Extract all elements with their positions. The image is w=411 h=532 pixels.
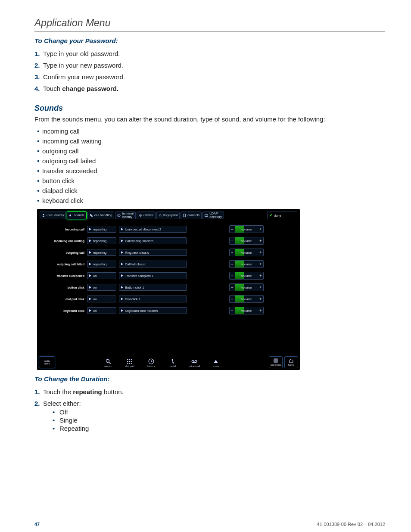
list-item: incoming call (34, 126, 385, 136)
heading-change-password: To Change your Password: (34, 37, 385, 44)
plus-icon[interactable]: + (258, 250, 263, 255)
row-label: button click (40, 286, 87, 289)
play-icon (121, 298, 123, 300)
heading-sounds: Sounds (34, 104, 385, 113)
tab-contacts[interactable]: contacts (181, 212, 202, 219)
duration-button[interactable]: repeating (87, 249, 116, 256)
sound-row: outgoing call failedrepeatingCall fail c… (40, 260, 297, 268)
duration-button[interactable]: on (87, 296, 116, 302)
minus-icon[interactable]: − (230, 297, 235, 301)
sounds-bullets: incoming call incoming call waiting outg… (34, 126, 385, 205)
sound-button[interactable]: Ringback classic (119, 249, 187, 256)
play-icon (89, 309, 91, 312)
plus-icon[interactable]: + (258, 297, 263, 301)
svg-rect-18 (131, 363, 132, 364)
list-item: outgoing call (34, 146, 385, 156)
step-text: Confirm your new password. (43, 73, 125, 81)
tab-terminal-identity[interactable]: terminal identity (115, 212, 136, 219)
minus-icon[interactable]: − (230, 285, 235, 289)
plus-icon[interactable]: + (258, 308, 263, 313)
minus-icon[interactable]: − (230, 250, 235, 255)
redial-icon (170, 358, 176, 364)
duration-button[interactable]: repeating (87, 261, 116, 268)
volume-control[interactable]: −volume+ (229, 260, 264, 268)
minus-icon[interactable]: − (230, 308, 235, 313)
sound-button[interactable]: Button click 1 (119, 284, 187, 291)
menu-icon (273, 358, 278, 363)
row-label: keyboard click (40, 309, 87, 312)
play-icon (121, 263, 123, 265)
book-icon (205, 214, 208, 217)
sound-row: incoming callrepeatingUnexpected disconn… (40, 225, 297, 233)
volume-control[interactable]: −volume+ (229, 249, 264, 256)
nav-redial[interactable]: redial (163, 358, 183, 367)
play-icon (89, 240, 91, 242)
tab-call-handling[interactable]: call handling (87, 212, 115, 219)
home-button[interactable]: home (284, 356, 298, 368)
tab-sounds[interactable]: sounds (67, 212, 86, 219)
sound-button[interactable]: Call waiting modern (119, 237, 187, 244)
minus-icon[interactable]: − (230, 262, 235, 266)
plus-icon[interactable]: + (258, 239, 263, 243)
volume-control[interactable]: −volume+ (229, 307, 264, 314)
minus-icon[interactable]: − (230, 239, 235, 243)
volume-control[interactable]: −volume+ (229, 272, 264, 280)
svg-rect-13 (127, 361, 128, 362)
plus-icon[interactable]: + (258, 227, 263, 231)
nav-search[interactable]: search (98, 358, 118, 367)
plus-icon[interactable]: + (258, 274, 263, 278)
volume-control[interactable]: −volume+ (229, 237, 264, 245)
bottom-nav: search dial pad history redial voice mai… (55, 358, 269, 368)
sound-row: transfer succeededonTransfer complete 1−… (40, 272, 297, 280)
page-number: 47 (34, 522, 40, 527)
sound-button[interactable]: Keyboard click modern (119, 307, 187, 314)
play-icon (89, 286, 91, 289)
sound-button[interactable]: Call fail classic (119, 261, 187, 268)
step-text: button. (102, 388, 124, 395)
row-label: dial pad click (40, 298, 87, 301)
tab-utilities[interactable]: utilities (137, 212, 156, 219)
list-item: dialpad click (34, 186, 385, 196)
nav-more[interactable]: more (206, 358, 226, 367)
done-button[interactable]: ✔done (267, 212, 297, 219)
step-text: Touch (43, 85, 62, 92)
svg-line-21 (151, 361, 152, 362)
audio-video-button[interactable]: audio video (39, 356, 55, 368)
volume-control[interactable]: −volume+ (229, 283, 264, 291)
list-item: Repeating (53, 424, 385, 432)
sound-button[interactable]: Unexpected disconnect 2 (119, 226, 187, 233)
plus-icon[interactable]: + (258, 262, 263, 266)
duration-button[interactable]: repeating (87, 237, 116, 244)
plus-icon[interactable]: + (258, 285, 263, 289)
sound-row: keyboard clickonKeyboard click modern−vo… (40, 307, 297, 314)
nav-history[interactable]: history (141, 358, 161, 367)
sound-row: outgoing callrepeatingRingback classic−v… (40, 249, 297, 256)
minus-icon[interactable]: − (230, 227, 235, 231)
play-icon (121, 286, 123, 289)
step-text-bold: change password. (62, 85, 118, 92)
tab-fingerprint[interactable]: fingerprint (156, 212, 180, 219)
minus-icon[interactable]: − (230, 274, 235, 278)
dialpad-icon (127, 358, 133, 364)
app-menu-button[interactable]: app menu (269, 356, 283, 368)
volume-control[interactable]: −volume+ (229, 225, 264, 233)
duration-button[interactable]: on (87, 272, 116, 279)
step-text: Select either: (43, 400, 81, 407)
sound-row: button clickonButton click 1−volume+ (40, 283, 297, 291)
duration-button[interactable]: on (87, 307, 116, 314)
sound-button[interactable]: Transfer complete 1 (119, 272, 187, 279)
device-screenshot: user identity sounds call handling termi… (37, 209, 300, 370)
tab-user-identity[interactable]: user identity (40, 212, 66, 219)
svg-rect-7 (205, 215, 208, 217)
row-label: outgoing call (40, 251, 87, 254)
svg-rect-14 (129, 361, 130, 362)
play-icon (121, 240, 123, 242)
volume-control[interactable]: −volume+ (229, 295, 264, 303)
home-icon (289, 358, 294, 363)
sound-button[interactable]: Dial click 1 (119, 296, 187, 302)
duration-button[interactable]: on (87, 284, 116, 291)
nav-voicemail[interactable]: voice mail (184, 358, 204, 367)
nav-dialpad[interactable]: dial pad (120, 358, 140, 367)
duration-button[interactable]: repeating (87, 226, 116, 233)
tab-ldap-directory[interactable]: LDAP directory (202, 212, 224, 219)
